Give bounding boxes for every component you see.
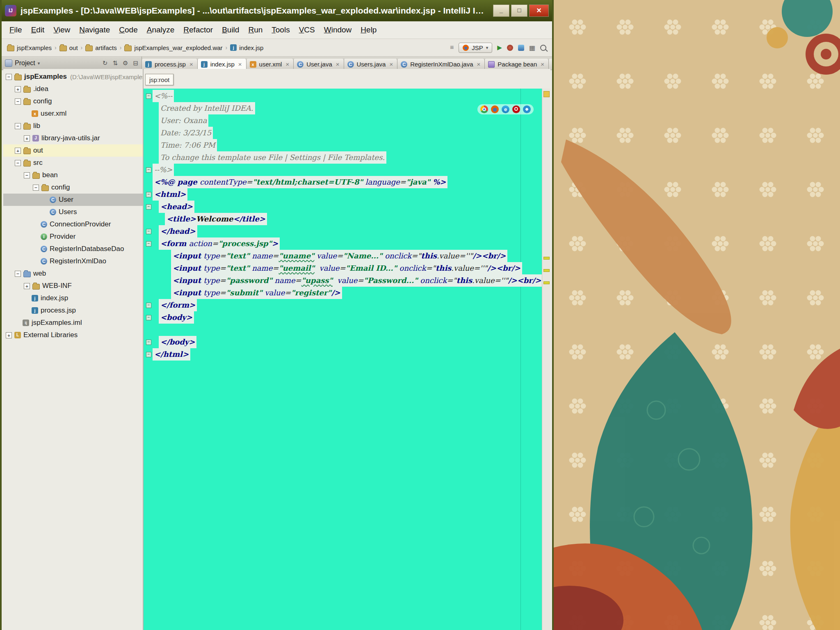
analysis-status-icon[interactable] bbox=[543, 91, 550, 97]
menu-item-tools[interactable]: Tools bbox=[267, 25, 294, 34]
warning-stripe-mark[interactable] bbox=[543, 269, 550, 272]
title-bar[interactable]: IJ jspExamples - [D:\Java\WEB\jspExample… bbox=[2, 0, 552, 21]
tree-item--idea[interactable]: +.idea bbox=[3, 83, 143, 95]
close-icon[interactable]: × bbox=[477, 61, 481, 68]
editor-tab[interactable]: CRegisterInXmlDao.java× bbox=[397, 59, 485, 70]
breadcrumb-item[interactable]: jspExamples_war_exploded.war bbox=[123, 44, 224, 51]
ie-icon[interactable] bbox=[502, 105, 509, 113]
tree-item-config[interactable]: −config bbox=[3, 181, 143, 194]
close-icon[interactable]: × bbox=[541, 61, 544, 68]
profiler-icon[interactable] bbox=[518, 45, 524, 51]
editor-surface[interactable]: −<%--Created by IntelliJ IDEA.User: Oxan… bbox=[144, 89, 542, 630]
editor-tab[interactable]: xuser.xml× bbox=[247, 59, 294, 70]
menu-item-run[interactable]: Run bbox=[244, 25, 267, 34]
editor-breadcrumb[interactable]: jsp:root bbox=[145, 74, 173, 85]
run-config-select[interactable]: JSP ▾ bbox=[459, 43, 492, 53]
tree-item-index-jsp[interactable]: jindex.jsp bbox=[3, 292, 143, 304]
editor-tab[interactable]: jprocess.jsp× bbox=[142, 59, 198, 70]
fold-marker-icon[interactable]: − bbox=[144, 229, 153, 234]
tree-item-registerinxmldao[interactable]: CRegisterInXmlDao bbox=[3, 255, 143, 267]
tree-toggle-icon[interactable]: − bbox=[15, 98, 21, 105]
tree-item-src[interactable]: −src bbox=[3, 157, 143, 169]
restore-button[interactable]: □ bbox=[511, 5, 527, 17]
firefox-icon[interactable] bbox=[491, 105, 499, 113]
fold-marker-icon[interactable]: − bbox=[144, 352, 153, 357]
fold-marker-icon[interactable]: − bbox=[144, 167, 153, 173]
close-icon[interactable]: × bbox=[285, 61, 289, 68]
tree-item-config[interactable]: −config bbox=[3, 95, 143, 107]
grid-icon[interactable]: ▦ bbox=[529, 44, 535, 52]
fold-marker-icon[interactable]: − bbox=[144, 204, 153, 210]
tree-item-registerindatabasedao[interactable]: CRegisterInDatabaseDao bbox=[3, 243, 143, 255]
tree-toggle-icon[interactable]: − bbox=[15, 271, 21, 277]
warning-stripe-mark[interactable] bbox=[543, 281, 550, 284]
fold-marker-icon[interactable]: − bbox=[144, 192, 153, 197]
menu-item-help[interactable]: Help bbox=[356, 25, 381, 34]
tree-toggle-icon[interactable]: + bbox=[24, 135, 30, 142]
tree-toggle-icon[interactable]: + bbox=[24, 283, 30, 289]
changes-icon[interactable]: ≡ bbox=[450, 44, 454, 51]
fold-marker-icon[interactable]: − bbox=[144, 241, 153, 247]
tree-item-external-libraries[interactable]: +LExternal Libraries bbox=[3, 329, 143, 341]
tree-item-user[interactable]: CUser bbox=[3, 194, 143, 206]
tree-item-web-inf[interactable]: +WEB-INF bbox=[3, 280, 143, 292]
collapse-all-icon[interactable]: ⊟ bbox=[133, 59, 138, 67]
tree-item-bean[interactable]: −bean bbox=[3, 169, 143, 181]
chrome-icon[interactable] bbox=[480, 105, 488, 113]
tree-item-web[interactable]: −web bbox=[3, 267, 143, 280]
tree-item-provider[interactable]: IProvider bbox=[3, 231, 143, 243]
tree-item-users[interactable]: CUsers bbox=[3, 206, 143, 218]
fold-marker-icon[interactable]: − bbox=[144, 94, 153, 99]
menu-item-view[interactable]: View bbox=[49, 25, 75, 34]
run-button[interactable]: ▶ bbox=[497, 44, 502, 51]
menu-item-refactor[interactable]: Refactor bbox=[179, 25, 217, 34]
tree-toggle-icon[interactable]: + bbox=[15, 86, 21, 92]
tree-item-connectionprovider[interactable]: CConnectionProvider bbox=[3, 218, 143, 231]
tree-item-user-xml[interactable]: xuser.xml bbox=[3, 107, 143, 120]
tree-toggle-icon[interactable]: − bbox=[15, 160, 21, 166]
breadcrumb-item[interactable]: artifacts bbox=[84, 44, 118, 51]
tree-toggle-icon[interactable]: − bbox=[15, 123, 21, 129]
close-icon[interactable]: × bbox=[189, 61, 193, 68]
project-panel-header[interactable]: Project ▾ ↻⇅⚙⊟ bbox=[2, 57, 142, 70]
error-stripe[interactable] bbox=[542, 89, 550, 630]
sort-icon[interactable]: ⇅ bbox=[112, 59, 118, 67]
tree-item-out[interactable]: +out bbox=[3, 144, 143, 157]
menu-item-edit[interactable]: Edit bbox=[27, 25, 49, 34]
editor-tab[interactable]: Package bean× bbox=[485, 59, 549, 70]
tree-item-jspexamples[interactable]: −jspExamples(D:\Java\WEB\jspExamples) bbox=[3, 71, 143, 83]
editor-tab[interactable]: CUser.java× bbox=[294, 59, 344, 70]
tree-item-library-java-utils-jar[interactable]: +Jlibrary-java-utils.jar bbox=[3, 132, 143, 144]
menu-item-navigate[interactable]: Navigate bbox=[75, 25, 114, 34]
fold-marker-icon[interactable]: − bbox=[144, 303, 153, 308]
fold-marker-icon[interactable]: − bbox=[144, 315, 153, 320]
menu-item-build[interactable]: Build bbox=[217, 25, 244, 34]
menu-item-vcs[interactable]: VCS bbox=[294, 25, 320, 34]
close-icon[interactable]: × bbox=[238, 61, 242, 68]
editor-tab[interactable]: xconfig\user.xml× bbox=[549, 59, 552, 70]
editor-tab[interactable]: CUsers.java× bbox=[344, 59, 398, 70]
code-area[interactable]: −<%--Created by IntelliJ IDEA.User: Oxan… bbox=[144, 89, 542, 361]
opera-icon[interactable] bbox=[512, 105, 520, 113]
refresh-icon[interactable]: ↻ bbox=[103, 59, 108, 67]
gear-icon[interactable]: ⚙ bbox=[123, 59, 128, 67]
menu-item-code[interactable]: Code bbox=[114, 25, 142, 34]
close-icon[interactable]: × bbox=[336, 61, 340, 68]
minimize-button[interactable]: _ bbox=[493, 5, 509, 17]
tree-item-lib[interactable]: −lib bbox=[3, 120, 143, 132]
close-icon[interactable]: × bbox=[389, 61, 393, 68]
close-button[interactable]: × bbox=[529, 5, 549, 17]
tree-toggle-icon[interactable]: − bbox=[6, 74, 12, 80]
tree-item-process-jsp[interactable]: jprocess.jsp bbox=[3, 304, 143, 317]
tree-toggle-icon[interactable]: − bbox=[24, 172, 30, 178]
safari-icon[interactable] bbox=[523, 105, 531, 113]
search-icon[interactable] bbox=[540, 45, 546, 51]
breadcrumb-item[interactable]: out bbox=[58, 44, 79, 51]
tree-toggle-icon[interactable]: + bbox=[15, 148, 21, 154]
menu-item-analyze[interactable]: Analyze bbox=[142, 25, 179, 34]
menu-item-file[interactable]: File bbox=[5, 25, 27, 34]
tree-toggle-icon[interactable]: − bbox=[33, 185, 39, 191]
tree-item-jspexamples-iml[interactable]: ijjspExamples.iml bbox=[3, 317, 143, 329]
menu-item-window[interactable]: Window bbox=[320, 25, 356, 34]
coverage-icon[interactable] bbox=[507, 45, 513, 51]
